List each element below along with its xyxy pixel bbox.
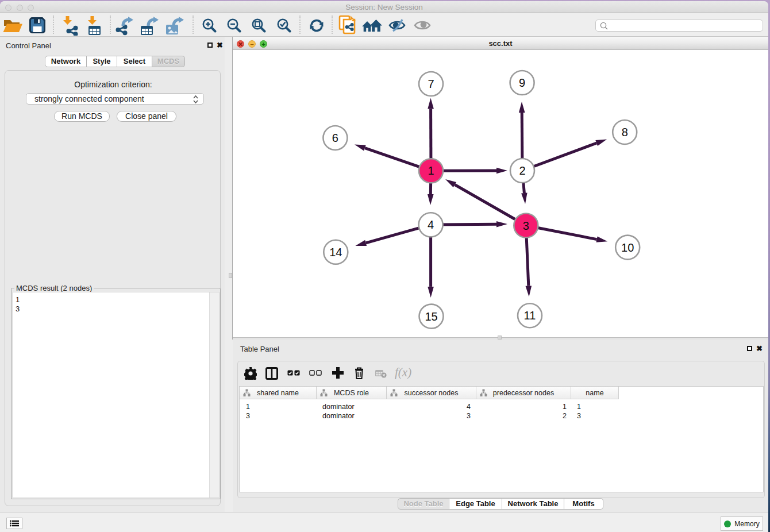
svg-text:1: 1 (428, 164, 434, 177)
svg-text:9: 9 (519, 76, 525, 89)
svg-text:6: 6 (332, 132, 338, 144)
svg-text:4: 4 (428, 218, 434, 231)
svg-text:11: 11 (524, 309, 536, 322)
svg-text:8: 8 (622, 126, 628, 138)
svg-text:14: 14 (329, 246, 342, 259)
svg-text:15: 15 (425, 310, 437, 323)
svg-text:10: 10 (621, 241, 634, 254)
svg-text:2: 2 (519, 164, 525, 177)
svg-text:3: 3 (523, 219, 529, 232)
svg-text:7: 7 (428, 78, 434, 90)
